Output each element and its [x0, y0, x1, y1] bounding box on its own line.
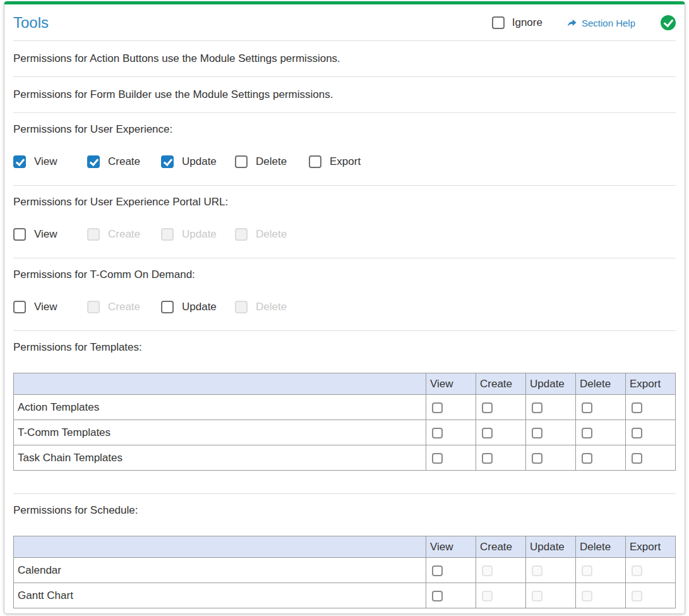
permission-option-delete: Delete: [235, 300, 309, 314]
check-circle-icon: [661, 15, 676, 30]
permission-options-row: ViewCreateUpdateDeleteExport: [13, 155, 676, 169]
view-checkbox[interactable]: [432, 565, 443, 576]
permission-cell: [526, 583, 576, 608]
ignore-label: Ignore: [512, 16, 542, 29]
table-header-row: ViewCreateUpdateDeleteExport: [14, 373, 676, 395]
forward-arrow-icon: [566, 18, 577, 28]
column-header-view: View: [426, 536, 476, 558]
section-help-link[interactable]: Section Help: [566, 18, 635, 28]
permission-cell: [426, 558, 476, 583]
section-help-label: Section Help: [582, 18, 635, 28]
permission-label: Update: [182, 300, 217, 314]
column-header-item: [14, 536, 426, 558]
create-checkbox[interactable]: [87, 155, 100, 168]
view-checkbox[interactable]: [432, 428, 443, 438]
permission-options-row: ViewCreateUpdateDelete: [13, 227, 676, 241]
column-header-update: Update: [526, 373, 576, 395]
column-header-delete: Delete: [576, 373, 626, 395]
create-checkbox[interactable]: [482, 402, 493, 413]
row-label: Action Templates: [14, 395, 426, 420]
ignore-checkbox[interactable]: [492, 16, 505, 29]
delete-checkbox[interactable]: [235, 155, 248, 168]
permission-cell: [576, 558, 626, 583]
permission-cell: [626, 445, 676, 471]
permission-cell: [576, 395, 626, 420]
view-checkbox[interactable]: [432, 453, 443, 464]
export-checkbox[interactable]: [632, 453, 642, 464]
permission-cell: [626, 395, 676, 420]
create-checkbox: [482, 591, 493, 601]
permissions-section: Permissions for User Experience:ViewCrea…: [13, 113, 676, 186]
table-row: Calendar: [14, 558, 676, 583]
permissions-table-section: Permissions for Schedule:ViewCreateUpdat…: [13, 494, 676, 613]
delete-checkbox: [582, 591, 592, 601]
update-checkbox[interactable]: [532, 402, 542, 413]
permission-label: Create: [108, 300, 140, 314]
permission-option-export[interactable]: Export: [309, 155, 383, 169]
update-checkbox[interactable]: [532, 453, 542, 464]
permission-label: View: [34, 227, 57, 241]
view-checkbox[interactable]: [432, 591, 443, 601]
delete-checkbox[interactable]: [582, 402, 592, 413]
create-checkbox: [87, 301, 100, 313]
column-header-update: Update: [526, 536, 576, 558]
column-header-export: Export: [626, 373, 676, 395]
export-checkbox: [632, 591, 642, 601]
create-checkbox[interactable]: [482, 453, 493, 464]
create-checkbox: [482, 565, 493, 576]
update-checkbox[interactable]: [161, 155, 174, 168]
permission-cell: [576, 583, 626, 608]
delete-checkbox: [582, 565, 592, 576]
view-checkbox[interactable]: [13, 228, 26, 241]
update-checkbox: [532, 591, 542, 601]
row-label: Task Chain Templates: [14, 445, 426, 471]
view-checkbox[interactable]: [432, 402, 443, 413]
permission-option-view[interactable]: View: [13, 227, 87, 241]
export-checkbox[interactable]: [309, 155, 321, 168]
export-checkbox[interactable]: [632, 428, 642, 438]
permission-cell: [426, 583, 476, 608]
ignore-toggle[interactable]: Ignore: [492, 16, 542, 29]
column-header-create: Create: [476, 536, 526, 558]
permission-option-create: Create: [87, 227, 161, 241]
view-checkbox[interactable]: [13, 155, 26, 168]
permission-option-update[interactable]: Update: [161, 155, 235, 169]
checkbox-sections: Permissions for User Experience:ViewCrea…: [13, 113, 676, 331]
tools-panel: Tools Ignore Section Help Permissions fo…: [4, 1, 685, 614]
create-checkbox[interactable]: [482, 428, 493, 438]
permissions-table: ViewCreateUpdateDeleteExportCalendarGant…: [13, 536, 676, 608]
permission-cell: [576, 445, 626, 471]
permission-cell: [476, 445, 526, 471]
permission-cell: [426, 445, 476, 471]
permission-cell: [626, 583, 676, 608]
permission-label: Delete: [256, 155, 287, 169]
table-row: Gantt Chart: [14, 583, 676, 608]
permission-option-view[interactable]: View: [13, 300, 87, 314]
permission-cell: [626, 420, 676, 445]
permission-label: Update: [182, 155, 217, 169]
permission-option-update[interactable]: Update: [161, 300, 235, 314]
update-checkbox[interactable]: [161, 301, 174, 313]
permission-label: Export: [330, 155, 361, 169]
create-checkbox: [87, 228, 100, 241]
permissions-table: ViewCreateUpdateDeleteExportAction Templ…: [13, 373, 676, 471]
permission-label: View: [34, 300, 57, 314]
update-checkbox[interactable]: [532, 428, 542, 438]
permission-option-delete[interactable]: Delete: [235, 155, 309, 169]
export-checkbox[interactable]: [632, 402, 642, 413]
permission-option-create[interactable]: Create: [87, 155, 161, 169]
permissions-table-section: Permissions for Templates:ViewCreateUpda…: [13, 331, 676, 494]
table-row: Action Templates: [14, 395, 676, 420]
permission-option-view[interactable]: View: [13, 155, 87, 169]
delete-checkbox[interactable]: [582, 428, 592, 438]
delete-checkbox: [235, 301, 248, 313]
permission-cell: [476, 395, 526, 420]
row-label: Calendar: [14, 558, 426, 583]
view-checkbox[interactable]: [13, 301, 26, 313]
panel-header: Tools Ignore Section Help: [13, 4, 676, 41]
section-heading: Permissions for User Experience Portal U…: [13, 195, 676, 209]
delete-checkbox[interactable]: [582, 453, 592, 464]
permission-cell: [426, 395, 476, 420]
permission-cell: [526, 445, 576, 471]
note-text: Permissions for Form Builder use the Mod…: [13, 77, 676, 113]
